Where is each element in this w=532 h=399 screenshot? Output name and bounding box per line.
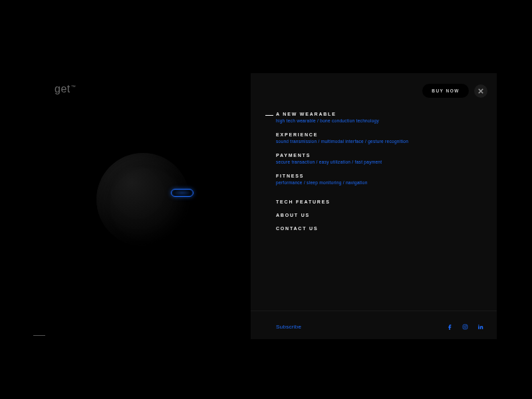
close-button[interactable] [474,84,487,98]
brand-name: get [55,83,70,94]
panel-footer: Subscribe [276,324,483,330]
social-links [447,324,483,330]
menu-item-subtitle: high tech wearable / bone conduction tec… [276,118,483,123]
subscribe-link[interactable]: Subscribe [276,324,301,330]
menu-item-wearable[interactable]: A NEW WEARABLE high tech wearable / bone… [276,112,483,123]
menu-item-title: EXPERIENCE [276,132,483,137]
menu-item-title: FITNESS [276,174,483,178]
svg-point-4 [478,325,479,326]
menu-link-contact-us[interactable]: CONTACT US [276,226,331,231]
svg-point-1 [464,326,466,328]
menu-item-subtitle: performance / sleep monitoring / navigat… [276,180,483,185]
close-icon [478,88,483,94]
svg-point-2 [466,325,467,326]
menu-link-about-us[interactable]: ABOUT US [276,213,331,217]
menu-item-payments[interactable]: PAYMENTS secure transaction / easy utili… [276,153,483,164]
menu-item-title: PAYMENTS [276,153,483,158]
product-visual [96,153,190,246]
menu-item-subtitle: secure transaction / easy utilization / … [276,160,483,164]
wearable-ring [96,153,190,246]
panel-divider [251,311,497,311]
linkedin-icon [477,324,483,330]
facebook-icon [447,324,453,330]
linkedin-link[interactable] [477,324,483,330]
primary-menu: A NEW WEARABLE high tech wearable / bone… [276,112,483,194]
menu-item-title: A NEW WEARABLE [276,112,483,116]
facebook-link[interactable] [447,324,453,330]
instagram-link[interactable] [462,324,468,330]
brand-trademark: ™ [71,84,76,89]
svg-rect-3 [478,326,479,329]
brand-logo: get™ [55,83,76,95]
buy-now-button[interactable]: BUY NOW [422,84,469,98]
menu-item-fitness[interactable]: FITNESS performance / sleep monitoring /… [276,174,483,185]
menu-link-tech-features[interactable]: TECH FEATURES [276,200,331,204]
wearable-led-icon [171,189,194,197]
menu-panel: BUY NOW A NEW WEARABLE high tech wearabl… [251,73,497,339]
menu-item-experience[interactable]: EXPERIENCE sound transmission / multimod… [276,132,483,144]
instagram-icon [462,324,468,330]
page-indicator [33,335,45,336]
app-root: get™ BUY NOW A NEW WEARABLE high tech we… [0,0,532,399]
panel-header: BUY NOW [422,84,487,98]
secondary-menu: TECH FEATURES ABOUT US CONTACT US [276,200,331,239]
menu-item-subtitle: sound transmission / multimodal interfac… [276,139,483,144]
